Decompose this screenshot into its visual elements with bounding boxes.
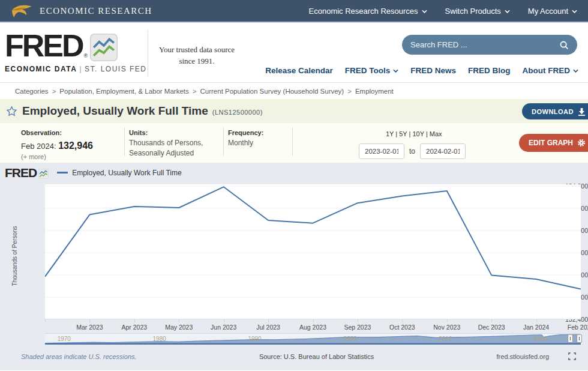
page-title: Employed, Usually Work Full Time [22,104,208,118]
x-tick-mark [45,319,46,322]
nav-switch-products[interactable]: Switch Products [445,7,510,16]
chart-footer: Shaded areas indicate U.S. recessions. S… [0,352,588,360]
link-fred-news[interactable]: FRED News [410,66,456,75]
nav-economic-research-resources[interactable]: Economic Research Resources [309,7,427,16]
download-button[interactable]: DOWNLOAD [522,103,588,119]
legend-line-swatch [57,172,68,173]
fred-chart-icon [90,34,118,61]
link-fred-tools[interactable]: FRED Tools [345,66,399,75]
masthead-divider [148,30,148,77]
topnav-links: Economic Research Resources Switch Produ… [309,7,577,16]
fred-logo-subtitle: ECONOMIC DATA|ST. LOUIS FED [5,65,147,73]
x-tick-mark [491,319,492,322]
tagline: Your trusted data sourcesince 1991. [155,44,239,67]
observation-value: 132,946 [58,140,93,151]
x-tick-mark [536,319,537,322]
main-line-chart [45,184,581,319]
source-note: Source: U.S. Bureau of Labor Statistics [137,353,497,360]
x-axis-label: Aug 2023 [299,324,326,331]
link-fred-blog[interactable]: FRED Blog [468,66,511,75]
x-axis-label: Dec 2023 [478,324,505,331]
fred-wordmark: FRED® [5,30,147,61]
x-tick-mark [268,319,269,322]
chart-section: FRED Employed, Usually Work Full Time Th… [0,163,588,370]
x-tick-mark [402,319,403,322]
frequency-block: Frequency: Monthly [228,128,263,148]
date-to-input[interactable] [420,143,466,159]
x-axis-label: Oct 2023 [389,324,415,331]
selector-handle-left[interactable] [568,334,573,343]
x-tick-mark [358,319,358,322]
range-shortcuts[interactable]: 1Y | 5Y | 10Y | Max [386,130,442,137]
eagle-logo-icon [11,3,35,19]
selector-year-label: 1980 [153,336,166,342]
selector-year-label: 2020 [534,336,547,342]
fred-logo[interactable]: FRED® ECONOMIC DATA|ST. LOUIS FED [5,30,147,73]
x-axis-label: Jul 2023 [256,324,280,331]
more-observations-link[interactable]: (+ more) [21,152,93,162]
x-axis-label: Sep 2023 [344,324,371,331]
units-block: Units: Thousands of Persons, Seasonally … [129,128,203,159]
x-axis-label: Feb 2024 [568,324,588,331]
selector-year-label: 2000 [343,336,356,342]
selector-year-label: 2010 [439,336,452,342]
y-axis-title: Thousands of Persons [11,223,18,289]
search-box [402,35,577,55]
chart-legend: Employed, Usually Work Full Time [57,169,182,177]
brand-text: ECONOMIC RESEARCH [40,6,152,16]
breadcrumb-population[interactable]: Population, Employment, & Labor Markets [59,88,188,95]
fullscreen-icon[interactable] [568,352,576,360]
selector-year-label: 1990 [248,336,261,342]
nav-my-account[interactable]: My Account [528,7,577,16]
link-release-calendar[interactable]: Release Calendar [265,66,333,75]
breadcrumb-employment[interactable]: Employment [355,88,394,95]
x-axis-label: Jun 2023 [211,324,236,331]
fred-links: Release Calendar FRED Tools FRED News FR… [265,66,578,75]
x-tick-mark [224,319,224,322]
chart-header: FRED Employed, Usually Work Full Time [5,166,182,179]
x-axis-label: Nov 2023 [433,324,460,331]
series-info-bar: Observation: Feb 2024: 132,946 (+ more) … [0,123,588,163]
legend-label: Employed, Usually Work Full Time [72,169,182,177]
fred-watermark: FRED [5,166,49,179]
x-tick-mark [89,319,90,322]
range-selector-chart [45,334,581,345]
x-tick-mark [179,319,179,322]
chevron-down-icon [393,69,398,73]
x-axis-label: May 2023 [165,324,193,331]
site-link[interactable]: fred.stlouisfed.org [497,353,549,360]
edit-graph-button[interactable]: EDIT GRAPH [519,134,588,152]
selector-handle-right[interactable] [577,334,582,343]
chevron-down-icon [573,69,578,73]
link-about-fred[interactable]: About FRED [523,66,578,75]
chevron-down-icon [572,10,577,13]
favorite-star-icon[interactable] [6,106,17,117]
recession-note: Shaded areas indicate U.S. recessions. [21,353,137,360]
economic-research-brand[interactable]: ECONOMIC RESEARCH [11,3,152,19]
x-axis-label: Jan 2024 [523,324,549,331]
x-tick-mark [313,319,314,322]
chevron-down-icon [505,10,510,13]
breadcrumb-categories[interactable]: Categories [15,88,49,95]
search-icon[interactable] [559,40,569,50]
breadcrumb-cps[interactable]: Current Population Survey (Household Sur… [200,88,344,95]
x-axis-label: Apr 2023 [122,324,148,331]
selector-year-label: 1970 [58,336,71,342]
range-selector-track[interactable] [45,333,581,344]
search-input[interactable] [410,40,559,49]
series-title-bar: Employed, Usually Work Full Time (LNS125… [0,99,588,123]
chevron-down-icon [422,10,427,13]
masthead: FRED® ECONOMIC DATA|ST. LOUIS FED Your t… [0,23,588,83]
top-navbar: ECONOMIC RESEARCH Economic Research Reso… [0,0,588,23]
x-tick-mark [581,319,581,322]
download-icon [578,107,586,116]
gear-icon [577,139,586,147]
fred-chart-icon [38,169,49,179]
x-tick-mark [134,319,135,322]
plot-area[interactable] [45,184,581,319]
date-from-input[interactable] [359,143,404,159]
series-id: (LNS12500000) [212,109,263,116]
breadcrumb: Categories > Population, Employment, & L… [0,83,588,99]
x-tick-mark [447,319,448,322]
date-range-controls: to [359,143,466,159]
